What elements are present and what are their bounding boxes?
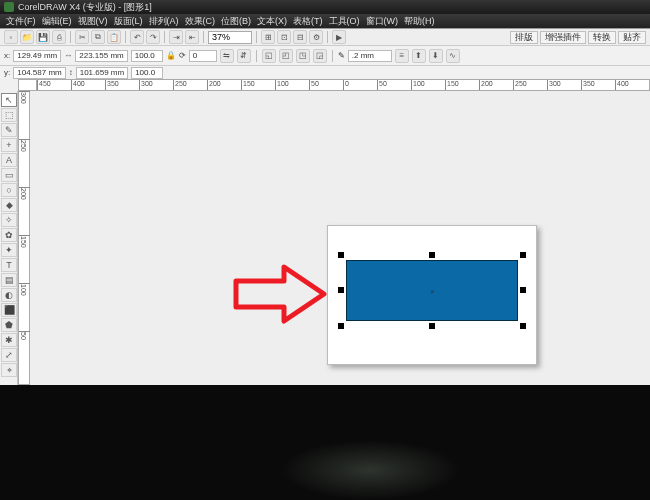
corner-round-icon[interactable]: ◱ bbox=[262, 49, 276, 63]
convert-button[interactable]: 转换 bbox=[588, 31, 616, 44]
app-window: CorelDRAW X4 (专业版) - [图形1] 文件(F) 编辑(E) 视… bbox=[0, 0, 650, 385]
tool-12[interactable]: ▤ bbox=[1, 273, 17, 287]
glow bbox=[280, 440, 460, 500]
property-bar-row2: y: 104.587 mm ↕ 101.659 mm 100.0 bbox=[0, 65, 650, 79]
to-front-icon[interactable]: ⬆ bbox=[412, 49, 426, 63]
save-icon[interactable]: 💾 bbox=[36, 30, 50, 44]
corner-chamfer-icon[interactable]: ◳ bbox=[296, 49, 310, 63]
rotation[interactable]: 0 bbox=[189, 50, 217, 62]
menu-effects[interactable]: 效果(C) bbox=[185, 15, 216, 28]
import-icon[interactable]: ⇥ bbox=[169, 30, 183, 44]
zoom-level[interactable]: 37% bbox=[208, 31, 252, 44]
separator bbox=[327, 31, 328, 43]
mirror-h-icon[interactable]: ⇋ bbox=[220, 49, 234, 63]
handle-top-right[interactable] bbox=[520, 252, 526, 258]
width-value[interactable]: 223.155 mm bbox=[75, 50, 127, 62]
tool-0[interactable]: ↖ bbox=[1, 93, 17, 107]
open-icon[interactable]: 📁 bbox=[20, 30, 34, 44]
guides-icon[interactable]: ⊟ bbox=[293, 30, 307, 44]
tool-5[interactable]: ▭ bbox=[1, 168, 17, 182]
menu-file[interactable]: 文件(F) bbox=[6, 15, 36, 28]
print-icon[interactable]: ⎙ bbox=[52, 30, 66, 44]
corner-relative-icon[interactable]: ◲ bbox=[313, 49, 327, 63]
tool-4[interactable]: A bbox=[1, 153, 17, 167]
menu-table[interactable]: 表格(T) bbox=[293, 15, 323, 28]
outline-width-icon: ✎ bbox=[338, 51, 345, 60]
tool-7[interactable]: ◆ bbox=[1, 198, 17, 212]
paste-icon[interactable]: 📋 bbox=[107, 30, 121, 44]
ruler-row: 4504003503002502001501005005010015020025… bbox=[0, 79, 650, 91]
undo-icon[interactable]: ↶ bbox=[130, 30, 144, 44]
grid-icon[interactable]: ⊡ bbox=[277, 30, 291, 44]
tool-2[interactable]: ✎ bbox=[1, 123, 17, 137]
corner-scallop-icon[interactable]: ◰ bbox=[279, 49, 293, 63]
tool-14[interactable]: ⬛ bbox=[1, 303, 17, 317]
tool-13[interactable]: ◐ bbox=[1, 288, 17, 302]
tool-11[interactable]: T bbox=[1, 258, 17, 272]
x-position[interactable]: 129.49 mm bbox=[13, 50, 61, 62]
scale-y[interactable]: 100.0 bbox=[131, 67, 163, 79]
menu-help[interactable]: 帮助(H) bbox=[404, 15, 435, 28]
tool-9[interactable]: ✿ bbox=[1, 228, 17, 242]
standard-toolbar: ▫ 📁 💾 ⎙ ✂ ⧉ 📋 ↶ ↷ ⇥ ⇤ 37% ⊞ ⊡ ⊟ ⚙ ▶ 排版 增… bbox=[0, 28, 650, 45]
tool-6[interactable]: ○ bbox=[1, 183, 17, 197]
menu-text[interactable]: 文本(X) bbox=[257, 15, 287, 28]
lock-ratio-icon[interactable]: 🔒 bbox=[166, 51, 176, 60]
menu-window[interactable]: 窗口(W) bbox=[366, 15, 399, 28]
property-bar: x: 129.49 mm ↔ 223.155 mm 100.0 🔒 ⟳ 0 ⇋ … bbox=[0, 45, 650, 65]
separator bbox=[125, 31, 126, 43]
redo-icon[interactable]: ↷ bbox=[146, 30, 160, 44]
menu-arrange[interactable]: 排列(A) bbox=[149, 15, 179, 28]
y-label: y: bbox=[4, 68, 10, 77]
w-label: ↔ bbox=[64, 51, 72, 60]
menubar: 文件(F) 编辑(E) 视图(V) 版面(L) 排列(A) 效果(C) 位图(B… bbox=[0, 14, 650, 28]
height-value[interactable]: 101.659 mm bbox=[76, 67, 128, 79]
canvas[interactable]: × bbox=[30, 91, 650, 385]
handle-middle-right[interactable] bbox=[520, 287, 526, 293]
cut-icon[interactable]: ✂ bbox=[75, 30, 89, 44]
scale-x[interactable]: 100.0 bbox=[131, 50, 163, 62]
menu-tools[interactable]: 工具(O) bbox=[329, 15, 360, 28]
bottom-gradient bbox=[0, 385, 650, 500]
mirror-v-icon[interactable]: ⇵ bbox=[237, 49, 251, 63]
y-position[interactable]: 104.587 mm bbox=[13, 67, 65, 79]
menu-layout[interactable]: 版面(L) bbox=[114, 15, 143, 28]
outline-width[interactable]: .2 mm bbox=[348, 50, 392, 62]
zoom-value: 37% bbox=[212, 32, 230, 42]
tool-3[interactable]: + bbox=[1, 138, 17, 152]
selection[interactable]: × bbox=[338, 252, 526, 329]
enhance-plugin-button[interactable]: 增强插件 bbox=[540, 31, 586, 44]
tool-1[interactable]: ⬚ bbox=[1, 108, 17, 122]
handle-top-left[interactable] bbox=[338, 252, 344, 258]
snap-icon[interactable]: ⊞ bbox=[261, 30, 275, 44]
horizontal-ruler[interactable]: 4504003503002502001501005005010015020025… bbox=[36, 79, 650, 91]
tool-16[interactable]: ✱ bbox=[1, 333, 17, 347]
tool-10[interactable]: ✦ bbox=[1, 243, 17, 257]
tool-8[interactable]: ✧ bbox=[1, 213, 17, 227]
separator bbox=[256, 50, 257, 62]
wrap-text-icon[interactable]: ≡ bbox=[395, 49, 409, 63]
handle-bottom-left[interactable] bbox=[338, 323, 344, 329]
handle-bottom-middle[interactable] bbox=[429, 323, 435, 329]
options-icon[interactable]: ⚙ bbox=[309, 30, 323, 44]
launch-icon[interactable]: ▶ bbox=[332, 30, 346, 44]
convert-curves-icon[interactable]: ∿ bbox=[446, 49, 460, 63]
tool-15[interactable]: ⬟ bbox=[1, 318, 17, 332]
copy-icon[interactable]: ⧉ bbox=[91, 30, 105, 44]
main-area: ↖⬚✎+A▭○◆✧✿✦T▤◐⬛⬟✱⤢⌖ 30025020015010050 × bbox=[0, 91, 650, 385]
handle-top-middle[interactable] bbox=[429, 252, 435, 258]
tool-17[interactable]: ⤢ bbox=[1, 348, 17, 362]
window-title: CorelDRAW X4 (专业版) - [图形1] bbox=[18, 1, 152, 14]
handle-bottom-right[interactable] bbox=[520, 323, 526, 329]
to-back-icon[interactable]: ⬇ bbox=[429, 49, 443, 63]
menu-view[interactable]: 视图(V) bbox=[78, 15, 108, 28]
menu-bitmap[interactable]: 位图(B) bbox=[221, 15, 251, 28]
export-icon[interactable]: ⇤ bbox=[185, 30, 199, 44]
new-icon[interactable]: ▫ bbox=[4, 30, 18, 44]
snap-button[interactable]: 贴齐 bbox=[618, 31, 646, 44]
vertical-ruler[interactable]: 30025020015010050 bbox=[18, 91, 30, 385]
handle-middle-left[interactable] bbox=[338, 287, 344, 293]
typesetting-button[interactable]: 排版 bbox=[510, 31, 538, 44]
menu-edit[interactable]: 编辑(E) bbox=[42, 15, 72, 28]
tool-18[interactable]: ⌖ bbox=[1, 363, 17, 377]
